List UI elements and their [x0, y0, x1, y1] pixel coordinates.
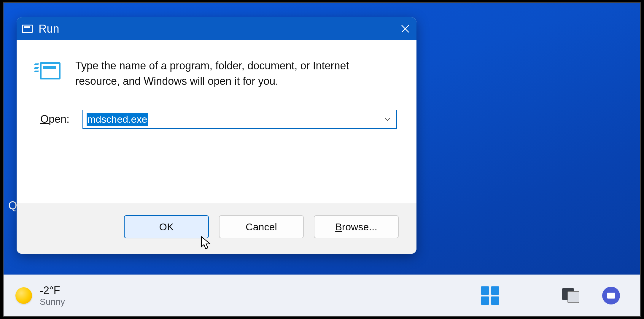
desktop-cropped-label: Q [8, 199, 17, 212]
dialog-titlebar[interactable]: Run [17, 17, 416, 40]
open-input-value: mdsched.exe [87, 113, 148, 126]
dialog-description: Type the name of a program, folder, docu… [75, 58, 387, 89]
close-button[interactable] [399, 23, 411, 35]
dialog-button-bar: OK Cancel Browse... [17, 203, 416, 254]
svg-line-4 [534, 299, 540, 305]
weather-temperature: -2°F [40, 284, 65, 297]
weather-condition: Sunny [40, 297, 65, 307]
screenshot-frame: Q Run Type the na [3, 2, 641, 317]
run-titlebar-icon [22, 25, 33, 33]
cancel-button[interactable]: Cancel [219, 215, 304, 238]
svg-point-3 [522, 287, 535, 300]
ok-button[interactable]: OK [124, 215, 209, 238]
dialog-body: Type the name of a program, folder, docu… [17, 40, 416, 203]
close-icon [400, 24, 410, 34]
open-label: Open: [40, 113, 69, 125]
dialog-title: Run [39, 23, 399, 35]
browse-button-label: Browse... [335, 221, 377, 233]
taskbar: -2°F Sunny [4, 275, 640, 316]
open-combobox[interactable]: mdsched.exe [82, 110, 397, 129]
open-input[interactable]: mdsched.exe [83, 110, 379, 128]
sun-icon [15, 287, 32, 304]
task-view-icon [562, 288, 579, 303]
run-dialog-icon [34, 60, 61, 82]
chat-icon [602, 287, 620, 304]
taskbar-pinned-apps [479, 284, 622, 307]
weather-widget[interactable]: -2°F Sunny [15, 284, 65, 307]
svg-rect-5 [607, 293, 615, 299]
desktop-background: Q Run Type the na [4, 3, 640, 316]
chat-button[interactable] [600, 284, 622, 307]
windows-logo-icon [481, 286, 499, 305]
ok-button-label: OK [159, 221, 174, 233]
browse-button[interactable]: Browse... [314, 215, 399, 238]
start-button[interactable] [479, 284, 501, 307]
search-icon [519, 284, 542, 307]
task-view-button[interactable] [559, 284, 582, 307]
cancel-button-label: Cancel [246, 221, 277, 233]
chevron-down-icon [384, 115, 391, 123]
combobox-dropdown-button[interactable] [379, 115, 396, 123]
run-dialog: Run Type the name of a program, folder, … [17, 17, 416, 254]
search-button[interactable] [519, 284, 542, 307]
